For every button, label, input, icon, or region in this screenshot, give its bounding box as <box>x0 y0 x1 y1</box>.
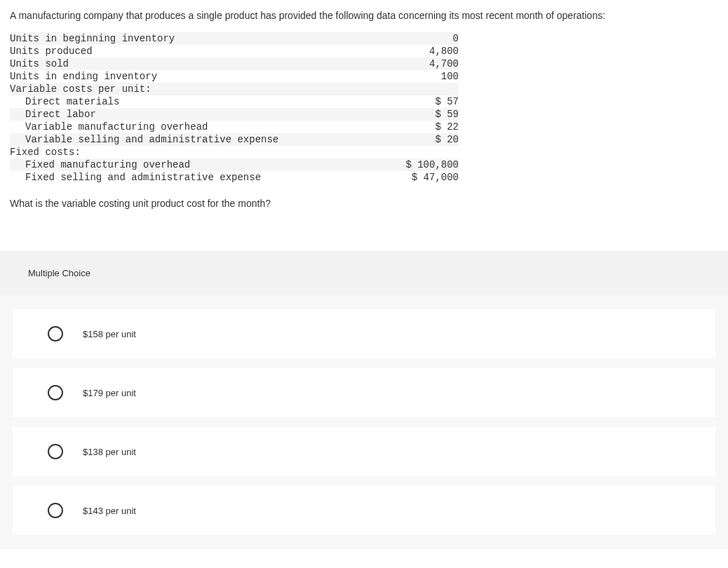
table-row: Variable manufacturing overhead$ 22 <box>10 121 459 133</box>
choice-label: $158 per unit <box>83 329 136 339</box>
table-row: Direct materials$ 57 <box>10 95 459 108</box>
choice-option[interactable]: $179 per unit <box>13 368 715 417</box>
row-label: Variable selling and administrative expe… <box>10 133 382 146</box>
table-row: Fixed manufacturing overhead$ 100,800 <box>10 158 459 171</box>
row-value: $ 20 <box>382 133 459 146</box>
table-row: Fixed selling and administrative expense… <box>10 171 459 184</box>
radio-icon[interactable] <box>48 503 63 518</box>
row-value: $ 22 <box>382 121 459 133</box>
choice-label: $138 per unit <box>83 447 136 457</box>
row-label: Fixed costs: <box>10 146 382 158</box>
choice-option[interactable]: $143 per unit <box>13 486 715 535</box>
question-text: What is the variable costing unit produc… <box>0 191 728 230</box>
table-row: Units in beginning inventory0 <box>10 32 459 45</box>
row-value: 4,700 <box>382 58 459 70</box>
radio-icon[interactable] <box>48 326 63 342</box>
multiple-choice-header: Multiple Choice <box>0 251 728 295</box>
choice-option[interactable]: $138 per unit <box>13 427 715 476</box>
row-label: Units in ending inventory <box>10 70 382 83</box>
table-row: Variable costs per unit: <box>10 83 459 95</box>
table-row: Units in ending inventory100 <box>10 70 459 83</box>
row-label: Direct materials <box>10 95 382 108</box>
choice-option[interactable]: $158 per unit <box>13 309 715 358</box>
row-value: $ 47,000 <box>382 171 459 184</box>
row-value: $ 100,800 <box>382 158 459 171</box>
row-value: 4,800 <box>382 45 459 58</box>
row-value: 0 <box>382 32 459 45</box>
choice-label: $143 per unit <box>83 506 136 516</box>
table-row: Units produced4,800 <box>10 45 459 58</box>
row-value <box>382 83 459 95</box>
row-label: Units produced <box>10 45 382 58</box>
radio-icon[interactable] <box>48 444 63 459</box>
choice-label: $179 per unit <box>83 388 136 398</box>
row-label: Direct labor <box>10 108 382 121</box>
problem-intro: A manufacturing company that produces a … <box>0 0 728 28</box>
row-label: Fixed selling and administrative expense <box>10 171 382 184</box>
row-label: Fixed manufacturing overhead <box>10 158 382 171</box>
row-label: Variable manufacturing overhead <box>10 121 382 133</box>
row-value <box>382 146 459 158</box>
row-value: 100 <box>382 70 459 83</box>
row-label: Units in beginning inventory <box>10 32 382 45</box>
table-row: Units sold4,700 <box>10 58 459 70</box>
row-value: $ 57 <box>382 95 459 108</box>
table-row: Variable selling and administrative expe… <box>10 133 459 146</box>
row-value: $ 59 <box>382 108 459 121</box>
row-label: Variable costs per unit: <box>10 83 382 95</box>
choices-container: $158 per unit $179 per unit $138 per uni… <box>0 295 728 549</box>
data-table: Units in beginning inventory0Units produ… <box>10 32 459 184</box>
row-label: Units sold <box>10 58 382 70</box>
table-row: Direct labor$ 59 <box>10 108 459 121</box>
table-row: Fixed costs: <box>10 146 459 158</box>
radio-icon[interactable] <box>48 385 63 400</box>
